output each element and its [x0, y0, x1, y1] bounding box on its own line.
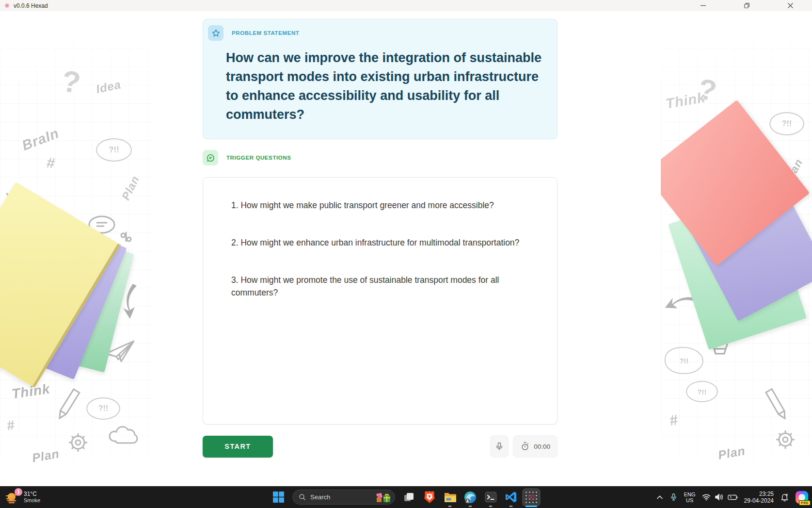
timer-display: 00:00	[513, 435, 557, 458]
weather-text: 31°C Smoke	[24, 491, 40, 504]
app-icon	[5, 3, 9, 8]
copilot-pre-badge: PRE	[799, 500, 811, 506]
content-column: PROBLEM STATEMENT How can we improve the…	[203, 19, 557, 458]
terminal-icon	[485, 491, 497, 503]
main-area: Idea ? ?!! BraIn # Plan Share	[0, 11, 812, 486]
doodle-word-brain: BraIn	[20, 125, 62, 154]
task-view-icon	[404, 492, 414, 503]
edge-browser-icon	[464, 491, 477, 504]
doodle-cloud-bubble-r: ?!!	[665, 347, 703, 374]
file-explorer-icon	[444, 492, 456, 503]
gear-doodle-icon-r	[772, 426, 798, 453]
window-title: v0.0.6 Hexad	[14, 2, 48, 9]
taskbar-search[interactable]: Search	[292, 490, 395, 505]
copilot-icon: PRE	[796, 491, 808, 504]
doodle-hash-r: #	[669, 411, 679, 429]
microphone-icon	[494, 442, 504, 451]
gear-doodle-icon	[65, 429, 91, 456]
pencil-doodle-icon-r	[762, 384, 792, 424]
problem-label-row: PROBLEM STATEMENT	[208, 25, 543, 41]
problem-heading: How can we improve the integration of su…	[226, 49, 543, 124]
doodle-speech-bubble-r2: ?!!	[686, 381, 718, 402]
language-indicator[interactable]: ENG US	[684, 492, 696, 503]
trigger-questions-card: 1. How might we make public transport gr…	[203, 177, 557, 425]
taskbar-app-edge[interactable]	[460, 486, 480, 508]
doodle-word-plan-r2: Plan	[717, 443, 747, 462]
cloud-doodle-icon	[108, 423, 143, 448]
stopwatch-icon	[520, 442, 530, 451]
trigger-questions-label: TRIGGER QUESTIONS	[226, 155, 291, 161]
doodle-word-plan: Plan	[119, 174, 142, 202]
taskbar-app-terminal[interactable]	[480, 486, 501, 508]
vscode-icon	[505, 491, 517, 503]
microphone-button[interactable]	[490, 435, 509, 458]
task-view-button[interactable]	[399, 486, 419, 508]
weather-temperature: 31°C	[24, 491, 40, 497]
weather-condition: Smoke	[24, 497, 40, 504]
start-button[interactable]: START	[203, 436, 273, 458]
active-app-indicator	[525, 506, 537, 507]
action-row: START 00:00	[203, 435, 557, 458]
restore-button[interactable]	[725, 0, 768, 11]
trigger-question-3: 3. How might we promote the use of susta…	[231, 274, 538, 299]
search-placeholder: Search	[310, 493, 375, 501]
battery-icon	[728, 494, 738, 500]
taskbar-app-brave[interactable]	[419, 486, 440, 508]
pencil-doodle-icon	[53, 384, 84, 424]
right-doodle-panel: Think ? ?!! BraIn Plan Share Ide ?!! # ?…	[661, 11, 812, 486]
running-indicator	[509, 506, 513, 507]
timer-value: 00:00	[534, 443, 550, 450]
clock[interactable]: 23:25 29-04-2024	[744, 491, 774, 504]
minimize-icon	[701, 3, 706, 8]
running-indicator	[469, 506, 472, 507]
language-region: US	[684, 497, 696, 503]
session-controls: 00:00	[490, 435, 557, 458]
problem-statement-label: PROBLEM STATEMENT	[232, 30, 299, 36]
wifi-icon	[702, 494, 711, 501]
minimize-button[interactable]	[681, 0, 725, 11]
doodle-word-plan-2: Plan	[31, 446, 61, 465]
doodle-hash-2: #	[6, 417, 16, 434]
doodle-question-mark: ?	[60, 63, 83, 100]
running-indicator	[448, 506, 452, 507]
problem-statement-card: PROBLEM STATEMENT How can we improve the…	[203, 19, 557, 139]
star-icon	[208, 25, 223, 41]
tray-microphone-button[interactable]	[669, 493, 678, 501]
restore-icon	[744, 3, 749, 8]
brave-browser-icon	[424, 491, 435, 504]
tray-time: 23:25	[744, 491, 774, 497]
tray-date: 29-04-2024	[744, 497, 774, 504]
quick-settings[interactable]	[702, 493, 738, 501]
doodle-question-mark-r: ?	[696, 72, 719, 108]
start-menu-button[interactable]	[268, 486, 288, 508]
notification-badge: 1	[15, 488, 22, 496]
running-indicator	[489, 506, 493, 507]
title-bar: v0.0.6 Hexad	[0, 0, 812, 11]
language-code: ENG	[684, 492, 696, 497]
bell-dnd-icon	[780, 492, 789, 502]
windows-logo-icon	[273, 492, 284, 503]
tray-overflow-button[interactable]	[656, 495, 663, 500]
trigger-questions-header: TRIGGER QUESTIONS	[203, 150, 557, 165]
trigger-question-1: 1. How might we make public transport gr…	[231, 199, 538, 212]
notification-center-button[interactable]	[780, 492, 789, 502]
weather-haze-icon: 1	[5, 490, 19, 505]
copilot-button[interactable]: PRE	[796, 491, 808, 504]
doodle-speech-bubble: ?!!	[96, 138, 132, 162]
system-tray: ENG US 23:25 29-04-2024	[656, 486, 808, 508]
tray-microphone-icon	[669, 493, 678, 501]
close-icon	[788, 3, 793, 8]
hexad-eye-icon	[528, 495, 535, 499]
taskbar-app-vscode[interactable]	[501, 486, 521, 508]
left-doodle-panel: Idea ? ?!! BraIn # Plan Share	[0, 11, 151, 486]
weather-widget[interactable]: 1 31°C Smoke	[5, 486, 40, 508]
trigger-question-2: 2. How might we enhance urban infrastruc…	[231, 236, 538, 249]
taskbar-app-file-explorer[interactable]	[440, 486, 460, 508]
chevron-up-icon	[656, 495, 663, 500]
close-button[interactable]	[768, 0, 812, 11]
taskbar-app-hexad-active[interactable]	[521, 486, 541, 508]
window-controls	[681, 0, 812, 11]
search-icon	[299, 493, 306, 501]
chat-bubble-icon	[203, 150, 218, 165]
search-daily-art-icon	[375, 492, 392, 503]
